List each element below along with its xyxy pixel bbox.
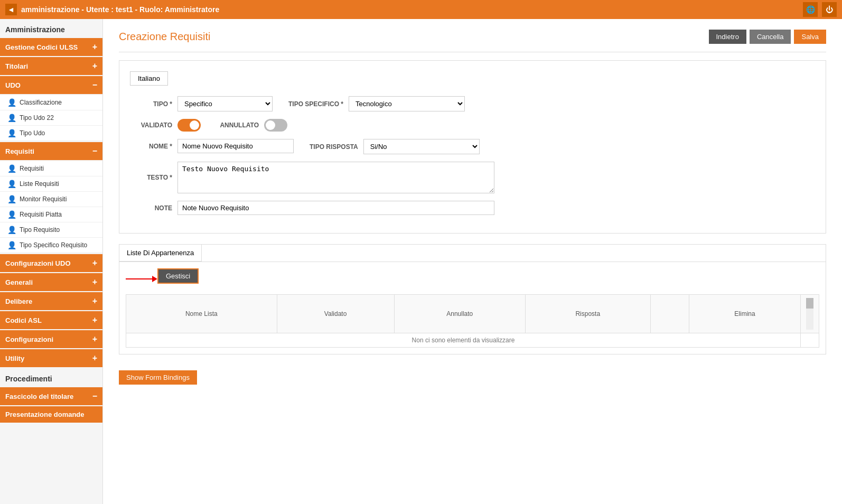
sidebar-item-delibere[interactable]: Delibere +	[0, 292, 102, 310]
sidebar-sub-liste-requisiti[interactable]: 👤 Liste Requisiti	[0, 176, 102, 192]
user-icon: 👤	[7, 241, 16, 249]
user-icon: 👤	[7, 114, 16, 122]
arrow-indicator	[126, 276, 157, 282]
gestisci-row: Gestisci	[126, 268, 819, 289]
tipo-risposta-select[interactable]: Si/No	[363, 139, 480, 154]
tipo-select[interactable]: Specifico	[177, 96, 273, 111]
tab-bar: Liste Di Appartenenza	[119, 245, 826, 262]
topbar-left: ◄ amministrazione - Utente : test1 - Ruo…	[5, 4, 219, 15]
note-input[interactable]	[177, 201, 494, 215]
sidebar-sub-requisiti-piatta[interactable]: 👤 Requisiti Piatta	[0, 207, 102, 222]
gestisci-button[interactable]: Gestisci	[157, 268, 199, 284]
sidebar-sub-tipo-udo[interactable]: 👤 Tipo Udo	[0, 126, 102, 141]
sidebar-sub-requisiti[interactable]: 👤 Requisiti	[0, 161, 102, 176]
sidebar-item-label: Requisiti	[5, 147, 34, 155]
tipo-specifico-group: TIPO SPECIFICO * Tecnologico	[288, 96, 465, 111]
sidebar-item-requisiti[interactable]: Requisiti −	[0, 142, 102, 160]
sidebar-item-label: Delibere	[5, 297, 32, 305]
note-label: NOTE	[130, 204, 172, 212]
sidebar-sub-tipo-requisito[interactable]: 👤 Tipo Requisito	[0, 222, 102, 238]
tipo-specifico-label: TIPO SPECIFICO *	[288, 100, 343, 108]
tipo-group: TIPO * Specifico	[130, 96, 273, 111]
sidebar-item-fascicolo[interactable]: Fascicolo del titolare −	[0, 387, 102, 405]
tipo-label: TIPO *	[130, 100, 172, 108]
col-nome-lista: Nome Lista	[126, 295, 277, 333]
user-icon: 👤	[7, 226, 16, 234]
sidebar-item-label: Configurazioni	[5, 335, 53, 343]
minus-icon: −	[92, 80, 97, 90]
testo-group: TESTO * Testo Nuovo Requisito	[130, 162, 494, 193]
table-header: Nome Lista Validato Annullato Risposta E…	[126, 295, 819, 333]
arrow-head	[152, 276, 157, 282]
page-header: Creazione Requisiti Indietro Cancella Sa…	[119, 30, 826, 44]
plus-icon: +	[92, 277, 97, 287]
sidebar-item-presentazione-domande[interactable]: Presentazione domande	[0, 406, 102, 423]
main-content: Creazione Requisiti Indietro Cancella Sa…	[103, 19, 842, 504]
sidebar-item-label: Utility	[5, 354, 24, 362]
nome-group: NOME *	[130, 139, 294, 153]
italiano-tab[interactable]: Italiano	[130, 71, 168, 86]
salva-button[interactable]: Salva	[794, 30, 826, 44]
sidebar-sub-monitor-requisiti[interactable]: 👤 Monitor Requisiti	[0, 192, 102, 207]
indietro-button[interactable]: Indietro	[709, 30, 746, 44]
topbar-right: 🌐 ⏻	[803, 2, 837, 17]
liste-table: Nome Lista Validato Annullato Risposta E…	[126, 294, 819, 348]
user-icon: 👤	[7, 180, 16, 188]
sidebar-item-codici-asl[interactable]: Codici ASL +	[0, 311, 102, 329]
sidebar-item-label: Titolari	[5, 62, 28, 70]
sidebar-item-generali[interactable]: Generali +	[0, 273, 102, 291]
sidebar-sub-label: Classificazione	[20, 99, 62, 106]
globe-button[interactable]: 🌐	[803, 2, 818, 17]
sidebar-item-configurazioni-udo[interactable]: Configurazioni UDO +	[0, 254, 102, 272]
power-button[interactable]: ⏻	[822, 2, 837, 17]
testo-textarea[interactable]: Testo Nuovo Requisito	[177, 162, 494, 193]
annullato-group: ANNULLATO	[217, 119, 287, 132]
table-scrollbar[interactable]	[806, 298, 813, 330]
sidebar-item-gestione-codici-ulss[interactable]: Gestione Codici ULSS +	[0, 38, 102, 56]
sidebar-item-utility[interactable]: Utility +	[0, 349, 102, 367]
layout: Amministrazione Gestione Codici ULSS + T…	[0, 19, 842, 504]
toggle-slider	[177, 119, 201, 132]
sidebar-item-label: Codici ASL	[5, 316, 42, 324]
sidebar-item-udo[interactable]: UDO −	[0, 76, 102, 94]
sidebar-sub-label: Liste Requisiti	[20, 180, 59, 188]
nome-input[interactable]	[177, 139, 294, 153]
sidebar-item-configurazioni[interactable]: Configurazioni +	[0, 330, 102, 348]
plus-icon: +	[92, 61, 97, 71]
header-buttons: Indietro Cancella Salva	[709, 30, 827, 44]
validato-group: VALIDATO	[130, 119, 201, 132]
plus-icon: +	[92, 42, 97, 52]
validato-toggle[interactable]	[177, 119, 201, 132]
col-elimina: Elimina	[689, 295, 800, 333]
tab-liste-appartenenza[interactable]: Liste Di Appartenenza	[119, 245, 202, 262]
plus-icon: +	[92, 296, 97, 306]
sidebar-sub-tipo-specifico-requisito[interactable]: 👤 Tipo Specifico Requisito	[0, 238, 102, 253]
sidebar-item-label: Fascicolo del titolare	[5, 393, 73, 400]
arrow-line	[126, 278, 152, 279]
sidebar-sub-label: Requisiti	[20, 165, 44, 172]
col-empty	[650, 295, 689, 333]
topbar: ◄ amministrazione - Utente : test1 - Ruo…	[0, 0, 842, 19]
plus-icon: +	[92, 353, 97, 363]
sidebar-sub-label: Tipo Requisito	[20, 226, 60, 234]
back-arrow-icon[interactable]: ◄	[5, 4, 17, 15]
sidebar-sub-label: Monitor Requisiti	[20, 195, 67, 203]
sidebar-item-titolari[interactable]: Titolari +	[0, 57, 102, 75]
cancella-button[interactable]: Cancella	[750, 30, 791, 44]
sidebar-item-label: Configurazioni UDO	[5, 259, 71, 267]
annullato-toggle[interactable]	[264, 119, 287, 132]
tipo-specifico-select[interactable]: Tecnologico	[349, 96, 465, 111]
sidebar-sub-label: Requisiti Piatta	[20, 211, 62, 218]
page-title: Creazione Requisiti	[119, 31, 210, 43]
col-annullato: Annullato	[394, 295, 525, 333]
minus-icon: −	[92, 146, 97, 156]
user-icon: 👤	[7, 129, 16, 137]
form-row-tipo: TIPO * Specifico TIPO SPECIFICO * Tecnol…	[130, 96, 815, 111]
sidebar-sub-tipo-udo-22[interactable]: 👤 Tipo Udo 22	[0, 110, 102, 126]
liste-section: Liste Di Appartenenza Gestisci Nome List…	[119, 244, 826, 354]
sidebar-item-label: UDO	[5, 81, 21, 89]
table-body: Non ci sono elementi da visualizzare	[126, 333, 819, 348]
col-validato: Validato	[277, 295, 394, 333]
sidebar-sub-classificazione[interactable]: 👤 Classificazione	[0, 95, 102, 110]
show-form-bindings-button[interactable]: Show Form Bindings	[119, 370, 197, 385]
